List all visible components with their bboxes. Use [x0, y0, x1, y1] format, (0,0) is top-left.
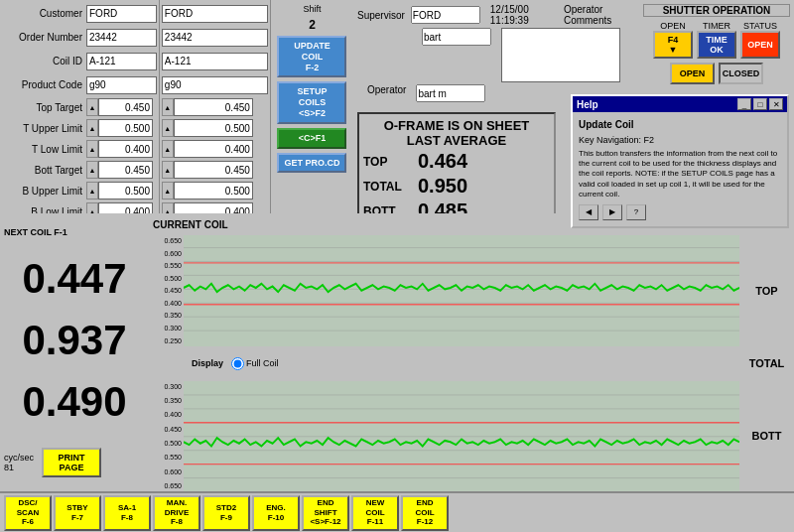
- top-chart-section: 0.650 0.600 0.550 0.500 0.450 0.400 0.35…: [149, 235, 794, 346]
- sa1-button[interactable]: SA-1F-8: [103, 495, 151, 531]
- total-big-number: 0.937: [22, 320, 126, 361]
- cyc-label: cyc/sec: [4, 453, 34, 463]
- product-row: Product Code: [2, 73, 157, 96]
- product-input[interactable]: [86, 76, 157, 94]
- help-keynav: Key Navigation: F2: [579, 134, 781, 147]
- top-target-input[interactable]: [98, 98, 153, 116]
- help-icon-fwd[interactable]: ▶: [602, 204, 622, 220]
- order-input[interactable]: [86, 29, 157, 47]
- bart-input[interactable]: [422, 28, 491, 46]
- b-upper-label: B Upper Limit: [2, 186, 86, 197]
- cf1-button[interactable]: <C>F1: [277, 128, 346, 149]
- bott-chart-section: 0.300 0.350 0.400 0.450 0.500 0.550 0.60…: [149, 381, 794, 492]
- man-drive-button[interactable]: MAN.DRIVEF-8: [153, 495, 200, 531]
- shutter-open-button[interactable]: OPEN: [670, 63, 715, 84]
- open-button[interactable]: F4▼: [653, 31, 693, 59]
- t-upper-input[interactable]: [98, 119, 153, 137]
- top-target-row: Top Target ▲: [2, 97, 157, 117]
- mid-t-low-input[interactable]: [174, 140, 253, 158]
- mid-b-upper-input[interactable]: [174, 182, 253, 200]
- cyc-value: 81: [4, 463, 34, 472]
- end-coil-button[interactable]: ENDCOILF-12: [401, 495, 449, 531]
- full-coil-radio[interactable]: [231, 357, 244, 370]
- coil-label: Coil ID: [2, 56, 86, 66]
- next-coil-label: NEXT COIL F-1: [4, 227, 145, 237]
- mid-top-target-spin[interactable]: ▲: [162, 98, 174, 116]
- end-shift-button[interactable]: ENDSHIFT<S>F-12: [302, 495, 349, 531]
- top-y-axis: 0.650 0.600 0.550 0.500 0.450 0.400 0.35…: [149, 235, 184, 346]
- timer-item: TIMER TIMEOK: [697, 21, 736, 59]
- shift-value: 2: [309, 18, 316, 32]
- mid-bott-target-spin[interactable]: ▲: [162, 161, 174, 179]
- t-low-input[interactable]: [98, 140, 153, 158]
- oframe-title: O-FRAME IS ON SHEET: [363, 118, 550, 133]
- setup-coils-button[interactable]: SETUPCOILS<S>F2: [277, 81, 346, 123]
- help-icon-back[interactable]: ◀: [579, 204, 598, 220]
- mid-t-low-spin[interactable]: ▲: [162, 140, 174, 158]
- top-target-spin-up[interactable]: ▲: [86, 98, 98, 116]
- bott-chart-plot: [184, 381, 739, 492]
- operator-input[interactable]: [416, 84, 485, 102]
- shift-label: Shift: [277, 4, 346, 14]
- new-coil-button[interactable]: NEWCOILF-11: [351, 495, 399, 531]
- timer-button[interactable]: TIMEOK: [697, 31, 736, 59]
- stby-button[interactable]: STBYF-7: [54, 495, 101, 531]
- t-low-row: T Low Limit ▲: [2, 139, 157, 159]
- get-pro-cd-button[interactable]: GET PRO.CD: [277, 153, 346, 174]
- shutter-closed-button[interactable]: CLOSED: [719, 63, 763, 84]
- timer-label: TIMER: [703, 21, 730, 31]
- operator-label: Operator: [367, 84, 406, 102]
- mid-t-upper-input[interactable]: [174, 119, 253, 137]
- mid-top-target-input[interactable]: [174, 98, 253, 116]
- help-maximize-btn[interactable]: □: [753, 98, 767, 110]
- help-title: Help: [577, 99, 598, 110]
- status-item: STATUS OPEN: [740, 21, 780, 59]
- help-close-btn[interactable]: ✕: [769, 98, 783, 110]
- help-dialog: Help _ □ ✕ Update Coil Key Navigation: F…: [571, 94, 789, 228]
- total-number-block: 0.937: [4, 320, 145, 361]
- top-number-block: 0.447: [4, 258, 145, 300]
- mid-customer-input[interactable]: [162, 5, 268, 23]
- mid-bott-target-input[interactable]: [174, 161, 253, 179]
- comments-textarea[interactable]: [501, 28, 620, 82]
- bott-big-number: 0.490: [22, 381, 126, 423]
- help-titlebar: Help _ □ ✕: [573, 96, 787, 112]
- mid-product-input[interactable]: [162, 76, 268, 94]
- t-upper-spin-up[interactable]: ▲: [86, 119, 98, 137]
- help-description: This button transfers the information fr…: [579, 149, 781, 200]
- eng-button[interactable]: ENG.F-10: [252, 495, 300, 531]
- product-label: Product Code: [2, 79, 86, 90]
- total-avg-label: TOTAL: [363, 180, 418, 194]
- b-upper-spin-up[interactable]: ▲: [86, 182, 98, 200]
- print-button[interactable]: PRINTPAGE: [42, 448, 101, 477]
- top-avg-value: 0.464: [418, 150, 467, 173]
- customer-row: Customer: [2, 2, 157, 25]
- bott-target-spin-up[interactable]: ▲: [86, 161, 98, 179]
- customer-input[interactable]: [86, 5, 157, 23]
- help-minimize-btn[interactable]: _: [737, 98, 751, 110]
- current-coil-label: CURRENT COIL: [153, 219, 228, 230]
- top-chart-svg: [184, 235, 739, 346]
- top-avg-label: TOP: [363, 155, 418, 169]
- shutter-title: SHUTTER OPERATION: [643, 4, 790, 17]
- full-coil-radio-label[interactable]: Full Coil: [231, 357, 279, 370]
- t-low-spin-up[interactable]: ▲: [86, 140, 98, 158]
- supervisor-input[interactable]: [411, 6, 480, 24]
- help-icon-question[interactable]: ?: [626, 204, 646, 220]
- mid-coil-input[interactable]: [162, 53, 268, 70]
- display-label: Display: [192, 358, 223, 368]
- coil-input[interactable]: [86, 53, 157, 70]
- bott-chart-label: BOTT: [739, 381, 794, 492]
- status-button[interactable]: OPEN: [740, 31, 780, 59]
- mid-b-upper-spin[interactable]: ▲: [162, 182, 174, 200]
- b-upper-row: B Upper Limit ▲: [2, 181, 157, 200]
- bott-target-input[interactable]: [98, 161, 153, 179]
- std2-button[interactable]: STD2F-9: [202, 495, 250, 531]
- open-item: OPEN F4▼: [653, 21, 693, 59]
- mid-order-input[interactable]: [162, 29, 268, 47]
- update-coil-button[interactable]: UPDATECOILF-2: [277, 36, 346, 77]
- dsc-scan-button[interactable]: DSC/SCANF-6: [4, 495, 52, 531]
- t-upper-row: T Upper Limit ▲: [2, 118, 157, 138]
- mid-t-upper-spin[interactable]: ▲: [162, 119, 174, 137]
- b-upper-input[interactable]: [98, 182, 153, 200]
